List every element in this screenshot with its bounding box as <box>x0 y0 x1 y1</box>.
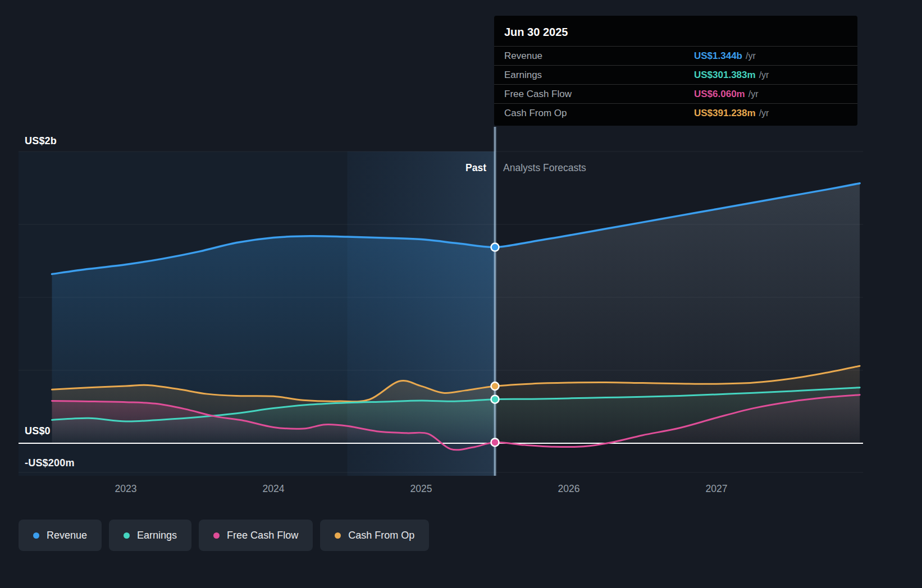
past-region-label: Past <box>314 162 486 174</box>
tooltip-label-earnings: Earnings <box>504 70 694 81</box>
legend-item-earnings[interactable]: Earnings <box>109 520 191 551</box>
chart-tooltip: Jun 30 2025 Revenue US$1.344b/yr Earning… <box>494 16 857 126</box>
x-tick-2025: 2025 <box>410 483 432 495</box>
legend-label-cash-from-op: Cash From Op <box>348 530 414 541</box>
chart-legend: Revenue Earnings Free Cash Flow Cash Fro… <box>19 520 429 551</box>
legend-item-free-cash-flow[interactable]: Free Cash Flow <box>199 520 313 551</box>
x-tick-2027: 2027 <box>706 483 728 495</box>
y-axis-label-neg200m: -US$200m <box>25 457 75 469</box>
x-tick-2026: 2026 <box>558 483 580 495</box>
free-cash-flow-color-dot-icon <box>213 532 220 539</box>
financial-forecast-chart: US$2b US$0 -US$200m 2023 2024 2025 2026 … <box>0 0 922 588</box>
tooltip-suffix-free-cash-flow: /yr <box>748 89 759 99</box>
y-axis-label-zero: US$0 <box>25 425 51 437</box>
legend-label-free-cash-flow: Free Cash Flow <box>227 530 298 541</box>
tooltip-row-free-cash-flow: Free Cash Flow US$6.060m/yr <box>494 84 857 103</box>
earnings-color-dot-icon <box>124 532 130 539</box>
tooltip-value-revenue: US$1.344b <box>694 50 742 61</box>
tooltip-label-cash-from-op: Cash From Op <box>504 108 694 119</box>
tooltip-label-free-cash-flow: Free Cash Flow <box>504 89 694 100</box>
tooltip-row-earnings: Earnings US$301.383m/yr <box>494 65 857 84</box>
legend-item-cash-from-op[interactable]: Cash From Op <box>320 520 429 551</box>
legend-item-revenue[interactable]: Revenue <box>19 520 102 551</box>
cash-from-op-color-dot-icon <box>335 532 341 539</box>
tooltip-value-cash-from-op: US$391.238m <box>694 108 756 118</box>
forecast-region-label: Analysts Forecasts <box>503 162 586 174</box>
legend-label-revenue: Revenue <box>47 530 87 541</box>
tooltip-suffix-revenue: /yr <box>746 51 756 61</box>
tooltip-suffix-cash-from-op: /yr <box>759 108 769 118</box>
tooltip-date: Jun 30 2025 <box>494 21 857 46</box>
y-axis-label-2b: US$2b <box>25 135 57 147</box>
tooltip-row-revenue: Revenue US$1.344b/yr <box>494 46 857 65</box>
revenue-color-dot-icon <box>33 532 39 539</box>
tooltip-label-revenue: Revenue <box>504 50 694 62</box>
tooltip-value-earnings: US$301.383m <box>694 70 756 80</box>
tooltip-row-cash-from-op: Cash From Op US$391.238m/yr <box>494 103 857 122</box>
tooltip-suffix-earnings: /yr <box>759 70 769 80</box>
tooltip-value-free-cash-flow: US$6.060m <box>694 89 745 99</box>
legend-label-earnings: Earnings <box>137 530 177 541</box>
x-tick-2023: 2023 <box>115 483 137 495</box>
x-tick-2024: 2024 <box>263 483 285 495</box>
